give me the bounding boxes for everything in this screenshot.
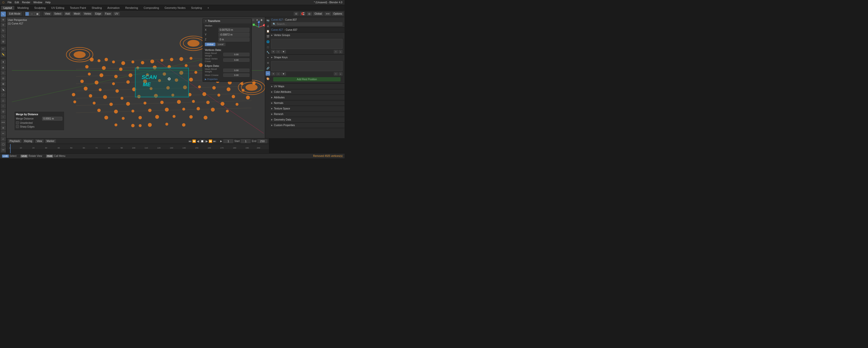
menu-file[interactable]: File bbox=[6, 1, 13, 4]
properties-link[interactable]: ▶ Properties bbox=[205, 78, 249, 81]
mbw-edge-bar[interactable]: 0.00 bbox=[223, 69, 249, 72]
push-pull-tool[interactable]: ⇐ bbox=[1, 131, 6, 136]
play-last-frame-btn[interactable]: ⏭ bbox=[213, 139, 216, 143]
tab-scripting[interactable]: Scripting bbox=[188, 6, 204, 10]
sk-down-btn[interactable]: ↓ bbox=[339, 72, 343, 76]
select-menu[interactable]: Select bbox=[53, 12, 63, 15]
vertex-menu[interactable]: Vertex bbox=[83, 12, 93, 15]
remesh-header[interactable]: ▶ Remesh bbox=[269, 112, 345, 117]
mirror-btn[interactable]: ⟺ bbox=[324, 12, 331, 15]
to-sphere-tool[interactable]: ◯ bbox=[1, 142, 6, 147]
spin-tool[interactable]: ○ bbox=[1, 103, 6, 108]
knife-tool[interactable]: 🔪 bbox=[1, 87, 6, 92]
merge-distance-input[interactable] bbox=[42, 117, 62, 121]
vg-add-btn[interactable]: + bbox=[271, 50, 275, 54]
end-frame-input[interactable]: 250 bbox=[257, 139, 268, 143]
tab-animation[interactable]: Animation bbox=[105, 6, 122, 10]
prop-icon-view-layer[interactable]: 📋 bbox=[266, 29, 270, 33]
tab-rendering[interactable]: Rendering bbox=[123, 6, 141, 10]
menu-window[interactable]: Window bbox=[32, 1, 44, 4]
view-menu[interactable]: View bbox=[43, 12, 52, 15]
edge-menu[interactable]: Edge bbox=[94, 12, 102, 15]
vg-down-btn[interactable]: ↓ bbox=[339, 50, 343, 54]
start-frame-input[interactable]: 1 bbox=[241, 139, 251, 143]
vg-up-btn[interactable]: ↑ bbox=[334, 50, 338, 54]
global-tab[interactable]: Global bbox=[205, 43, 215, 46]
transform-tool[interactable]: ⊞ bbox=[1, 39, 6, 44]
prop-icon-physics[interactable]: ⚙ bbox=[266, 61, 270, 65]
sk-add-btn[interactable]: + bbox=[271, 72, 275, 76]
measure-tool[interactable]: 📏 bbox=[1, 52, 6, 57]
vg-remove-btn[interactable]: − bbox=[276, 50, 280, 54]
vg-menu-btn[interactable]: ▼ bbox=[281, 50, 286, 54]
prop-icon-material[interactable]: 🎨 bbox=[266, 76, 270, 81]
play-next-keyframe-btn[interactable]: ⏩ bbox=[209, 139, 212, 143]
offset-edge-tool[interactable]: ⊠ bbox=[1, 82, 6, 87]
prop-icon-particles[interactable]: ✦ bbox=[266, 55, 270, 60]
edge-slide-tool[interactable]: ⟺ bbox=[1, 120, 6, 125]
extrude-tool[interactable]: ⬆ bbox=[1, 60, 6, 65]
select-tool[interactable]: ↖ bbox=[1, 11, 6, 17]
transform-panel-header[interactable]: ▼ Transform bbox=[203, 19, 251, 24]
shape-keys-header[interactable]: ▶ Shape Keys bbox=[269, 55, 345, 60]
local-tab[interactable]: Local bbox=[216, 43, 225, 46]
sk-remove-btn[interactable]: − bbox=[276, 72, 280, 76]
props-search[interactable]: 🔍 bbox=[271, 22, 343, 26]
cursor-tool[interactable]: ⊕ bbox=[1, 17, 6, 22]
props-search-input[interactable] bbox=[277, 23, 341, 26]
viewport-shading-material[interactable]: ◑ bbox=[259, 18, 264, 22]
mc-bar[interactable]: 0.00 bbox=[223, 73, 249, 77]
mbw-vertex-bar[interactable]: 0.00 bbox=[223, 53, 249, 56]
uv-maps-header[interactable]: ▶ UV Maps bbox=[269, 84, 345, 89]
rotate-tool[interactable]: ↻ bbox=[1, 28, 6, 33]
shrink-fatten-tool[interactable]: ⊛ bbox=[1, 125, 6, 130]
sk-menu-btn[interactable]: ▼ bbox=[281, 72, 286, 76]
global-dropdown[interactable]: Global bbox=[313, 12, 323, 15]
stop-btn[interactable]: ⏹ bbox=[200, 139, 205, 143]
attributes-header[interactable]: ▶ Attributes bbox=[269, 95, 345, 100]
menu-render[interactable]: Render bbox=[21, 1, 32, 4]
menu-help[interactable]: Help bbox=[44, 1, 52, 4]
shear-tool[interactable]: ▱ bbox=[1, 136, 6, 141]
transform-pivot-btn[interactable]: ◎ bbox=[307, 12, 312, 15]
sk-up-btn[interactable]: ↑ bbox=[334, 72, 338, 76]
poly-build-tool[interactable]: △ bbox=[1, 98, 6, 103]
breadcrumb-obj[interactable]: Curve.417 bbox=[271, 19, 283, 21]
play-btn[interactable]: ▶ bbox=[206, 139, 208, 143]
edge-mode-btn[interactable]: — bbox=[29, 12, 35, 16]
texture-space-header[interactable]: ▶ Texture Space bbox=[269, 106, 345, 111]
play-back-btn[interactable]: ◀ bbox=[197, 139, 199, 143]
tab-shading[interactable]: Shading bbox=[89, 6, 104, 10]
prop-icon-constraints[interactable]: 🔗 bbox=[266, 66, 270, 70]
normals-header[interactable]: ▶ Normals bbox=[269, 100, 345, 106]
keying-btn[interactable]: Keying bbox=[23, 139, 34, 143]
prop-icon-world[interactable]: 🌐 bbox=[266, 39, 270, 44]
annotate-tool[interactable]: ✏ bbox=[1, 46, 6, 52]
tab-texture-paint[interactable]: Texture Paint bbox=[67, 6, 89, 10]
play-first-frame-btn[interactable]: ⏮ bbox=[188, 139, 191, 143]
tab-modeling[interactable]: Modeling bbox=[15, 6, 31, 10]
playback-btn[interactable]: Playback bbox=[8, 139, 22, 143]
face-mode-btn[interactable]: ▦ bbox=[35, 12, 40, 16]
loop-cut-tool[interactable]: ⊟ bbox=[1, 76, 6, 81]
bevel-tool[interactable]: ◇ bbox=[1, 71, 6, 76]
uv-menu[interactable]: UV bbox=[113, 12, 120, 15]
prop-icon-object-data[interactable]: 〰 bbox=[266, 71, 270, 76]
timeline-view-btn[interactable]: View bbox=[35, 139, 44, 143]
viewport-gizmo[interactable]: X Y Z bbox=[251, 20, 267, 35]
tab-compositing[interactable]: Compositing bbox=[141, 6, 161, 10]
smooth-tool[interactable]: ◎ bbox=[1, 109, 6, 114]
proportional-edit-btn[interactable]: ⊙ bbox=[293, 12, 299, 15]
marker-btn[interactable]: Marker bbox=[45, 139, 56, 143]
tab-layout[interactable]: Layout bbox=[1, 6, 14, 10]
play-prev-keyframe-btn[interactable]: ⏪ bbox=[192, 139, 196, 143]
add-rest-position-btn[interactable]: Add Rest Position bbox=[273, 77, 341, 82]
custom-properties-header[interactable]: ▶ Custom Properties bbox=[269, 123, 345, 128]
tab-uv-editing[interactable]: UV Editing bbox=[49, 6, 67, 10]
unselected-checkbox[interactable] bbox=[16, 121, 19, 124]
snap-btn[interactable]: 🧲 bbox=[300, 12, 306, 15]
geometry-data-header[interactable]: ▶ Geometry Data bbox=[269, 117, 345, 122]
rip-tool[interactable]: ⊶ bbox=[1, 147, 6, 152]
color-attributes-header[interactable]: ▶ Color Attributes bbox=[269, 89, 345, 95]
viewport-shading-wire[interactable]: □ bbox=[251, 18, 255, 22]
